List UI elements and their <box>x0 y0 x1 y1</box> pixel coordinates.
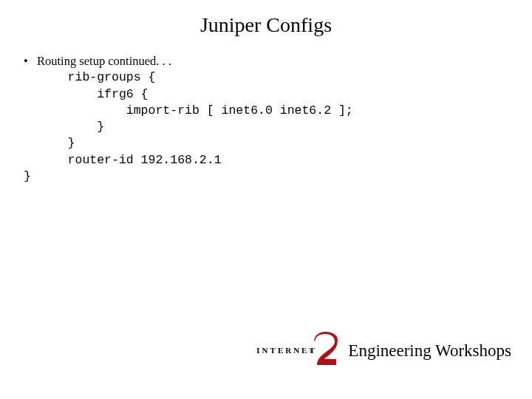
code-line: import-rib [ inet6.0 inet6.2 ]; <box>22 103 510 119</box>
bullet-lead-text: Routing setup continued. . . <box>37 54 171 68</box>
code-line: } <box>22 135 510 151</box>
code-line: ifrg6 { <box>22 86 510 103</box>
slide: Juniper Configs Routing setup continued.… <box>0 0 532 399</box>
bullet-list: Routing setup continued. . . <box>22 53 510 69</box>
code-line: router-id 192.168.2.1 <box>22 152 510 168</box>
bullet-item: Routing setup continued. . . <box>22 53 510 69</box>
code-close-brace: } <box>22 168 510 185</box>
logo-numeral-icon <box>313 330 339 371</box>
internet2-logo-icon: INTERNET ® <box>256 334 338 368</box>
logo-wordmark: INTERNET <box>256 346 316 355</box>
slide-title: Juniper Configs <box>22 13 510 37</box>
slide-body: Routing setup continued. . . rib-groups … <box>22 53 510 185</box>
slide-footer: INTERNET ® Engineering Workshops <box>256 334 511 368</box>
footer-text: Engineering Workshops <box>348 341 511 361</box>
code-line: rib-groups { <box>22 69 510 86</box>
code-line: } <box>22 119 510 135</box>
